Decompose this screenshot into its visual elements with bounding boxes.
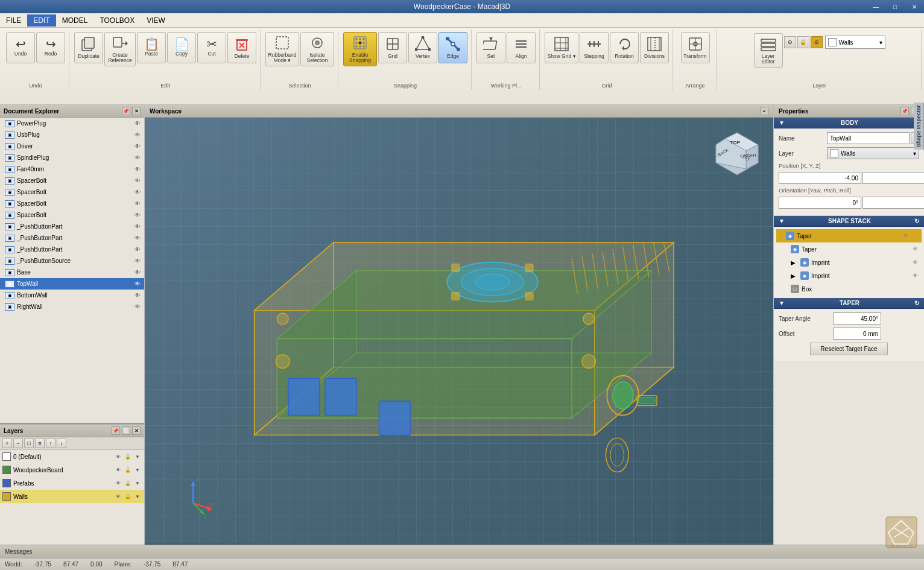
layer-eye-prefabs[interactable]: 👁: [114, 479, 122, 487]
layer-item-prefabs[interactable]: Prefabs 👁 🔓 ▼: [0, 477, 144, 490]
doc-item--pushbuttonpart[interactable]: ▣_PushButtonPart👁: [0, 232, 144, 244]
doc-item-eye[interactable]: 👁: [133, 142, 142, 151]
layer-remove-button[interactable]: −: [13, 439, 23, 448]
menu-toolbox[interactable]: TOOLBOX: [93, 14, 141, 27]
shape-gear-taper1[interactable]: ⚙: [911, 233, 919, 239]
duplicate-button[interactable]: Duplicate: [74, 32, 103, 63]
doc-item-eye[interactable]: 👁: [133, 165, 142, 174]
doc-item-eye[interactable]: 👁: [133, 234, 142, 242]
layer-lock-prefabs[interactable]: 🔓: [124, 479, 132, 487]
layer-view-button[interactable]: □: [24, 439, 34, 448]
maximize-button[interactable]: □: [885, 0, 905, 13]
layer-editor-button[interactable]: Layer Editor: [754, 33, 783, 68]
layer-settings-button[interactable]: ≡: [35, 439, 45, 448]
viewport[interactable]: Z X Y TOP RIGHT BACK LEFT: [145, 118, 773, 543]
menu-file[interactable]: FILE: [0, 14, 27, 27]
rotation-button[interactable]: Rotation: [610, 32, 639, 63]
imprint2-collapse[interactable]: ▶: [791, 273, 796, 279]
pos-x-input[interactable]: [779, 172, 861, 184]
vertex-snap-button[interactable]: Vertex: [408, 32, 437, 63]
shape-stack-section-header[interactable]: ▼ SHAPE STACK ↻: [774, 216, 924, 227]
imprint1-collapse[interactable]: ▶: [791, 259, 796, 266]
doc-close-button[interactable]: ✕: [132, 107, 141, 115]
layer-lock-walls[interactable]: 🔓: [124, 492, 132, 501]
doc-item--pushbuttonpart[interactable]: ▣_PushButtonPart👁: [0, 244, 144, 255]
doc-item-usbplug[interactable]: ▣UsbPlug👁: [0, 129, 144, 141]
layer-down-button[interactable]: ↓: [57, 439, 66, 448]
shape-eye-imprint2[interactable]: 👁: [911, 273, 919, 279]
workspace-menu-button[interactable]: ≡: [760, 107, 768, 115]
layer-item-default[interactable]: 0 (Default) 👁 🔓 ▼: [0, 450, 144, 463]
shape-inspector-tab[interactable]: Shape Inspector: [914, 105, 924, 150]
doc-item-eye[interactable]: 👁: [133, 257, 142, 265]
layer-down-walls[interactable]: ▼: [133, 492, 142, 501]
properties-pin-button[interactable]: 📌: [900, 107, 909, 115]
layer-down-prefabs[interactable]: ▼: [133, 479, 142, 487]
taper-angle-input[interactable]: [833, 312, 881, 325]
doc-item-spacerbolt[interactable]: ▣SpacerBolt👁: [0, 209, 144, 221]
align-button[interactable]: Align: [507, 32, 536, 63]
ori-pitch-input[interactable]: [862, 197, 924, 209]
doc-item-powerplug[interactable]: ▣PowerPlug👁: [0, 118, 144, 129]
doc-item-fan40mm[interactable]: ▣Fan40mm👁: [0, 163, 144, 175]
shape-item-taper2[interactable]: ◆ Taper 👁: [776, 242, 922, 256]
ori-yaw-input[interactable]: [779, 197, 861, 209]
rubberband-mode-button[interactable]: Rubberband Mode ▾: [265, 32, 299, 66]
doc-item-eye[interactable]: 👁: [133, 188, 142, 197]
shape-item-taper1[interactable]: ◆ Taper 👁 ⚙: [776, 229, 922, 242]
taper-refresh[interactable]: ↻: [914, 300, 919, 306]
doc-item-eye[interactable]: 👁: [133, 268, 142, 277]
doc-item-driver[interactable]: ▣Driver👁: [0, 141, 144, 152]
close-button[interactable]: ✕: [905, 0, 924, 13]
redo-button[interactable]: ↪ Redo: [36, 32, 65, 63]
doc-item-rightwall[interactable]: ▣RightWall👁: [0, 301, 144, 312]
isolate-selection-button[interactable]: Isolate Selection: [300, 32, 334, 66]
transform-button[interactable]: Transform: [681, 32, 710, 63]
layers-pin-button[interactable]: 📌: [112, 426, 120, 435]
layer-eye-default[interactable]: 👁: [114, 452, 122, 461]
doc-pin-button[interactable]: 📌: [122, 107, 130, 115]
layer-extra-btn2[interactable]: 🔒: [797, 36, 809, 48]
doc-item-eye[interactable]: 👁: [133, 131, 142, 139]
layer-up-button[interactable]: ↑: [46, 439, 55, 448]
doc-item-eye[interactable]: 👁: [133, 303, 142, 311]
layer-lock-default[interactable]: 🔓: [124, 452, 132, 461]
doc-item-bottomwall[interactable]: ▣BottomWall👁: [0, 290, 144, 301]
layer-down-board[interactable]: ▼: [133, 466, 142, 474]
paste-button[interactable]: 📋 Paste: [137, 32, 166, 63]
doc-item-spindleplug[interactable]: ▣SpindlePlug👁: [0, 152, 144, 163]
doc-item-spacerbolt[interactable]: ▣SpacerBolt👁: [0, 198, 144, 209]
menu-view[interactable]: VIEW: [141, 14, 171, 27]
shape-stack-refresh[interactable]: ↻: [914, 218, 919, 224]
layers-float-button[interactable]: ⬜: [122, 426, 130, 435]
set-button[interactable]: Set: [476, 32, 505, 63]
body-section-header[interactable]: ▼ BODY ↻: [774, 118, 924, 128]
layer-add-button[interactable]: +: [2, 439, 12, 448]
doc-item-topwall[interactable]: ▣TopWall👁: [0, 278, 144, 290]
doc-item-eye[interactable]: 👁: [133, 245, 142, 254]
layer-dropdown-prop[interactable]: Walls ▾: [827, 147, 919, 159]
navigation-cube[interactable]: TOP RIGHT BACK LEFT: [713, 130, 761, 178]
layers-close-button[interactable]: ✕: [132, 426, 141, 435]
taper-section-header[interactable]: ▼ TAPER ↻: [774, 298, 924, 309]
doc-item-eye[interactable]: 👁: [133, 280, 142, 288]
layer-extra-btn1[interactable]: ⊙: [784, 36, 796, 48]
layer-down-default[interactable]: ▼: [133, 452, 142, 461]
enable-snapping-button[interactable]: Enable Snapping: [343, 32, 377, 66]
menu-model[interactable]: MODEL: [56, 14, 94, 27]
menu-edit[interactable]: EDIT: [27, 14, 55, 27]
doc-item-eye[interactable]: 👁: [133, 119, 142, 128]
pos-y-input[interactable]: [862, 172, 924, 184]
minimize-button[interactable]: —: [866, 0, 885, 13]
copy-button[interactable]: 📄 Copy: [167, 32, 196, 63]
workspace[interactable]: Workspace ≡: [145, 105, 773, 545]
cut-button[interactable]: ✂ Cut: [197, 32, 226, 63]
doc-item-spacerbolt[interactable]: ▣SpacerBolt👁: [0, 186, 144, 198]
doc-item--pushbuttonsource[interactable]: ▣_PushButtonSource👁: [0, 255, 144, 267]
layer-lock-board[interactable]: 🔓: [124, 466, 132, 474]
doc-item-eye[interactable]: 👁: [133, 291, 142, 300]
layer-eye-walls[interactable]: 👁: [114, 492, 122, 501]
layer-eye-board[interactable]: 👁: [114, 466, 122, 474]
doc-item--pushbuttonpart[interactable]: ▣_PushButtonPart👁: [0, 221, 144, 232]
layer-dropdown[interactable]: Walls ▾: [825, 36, 885, 49]
